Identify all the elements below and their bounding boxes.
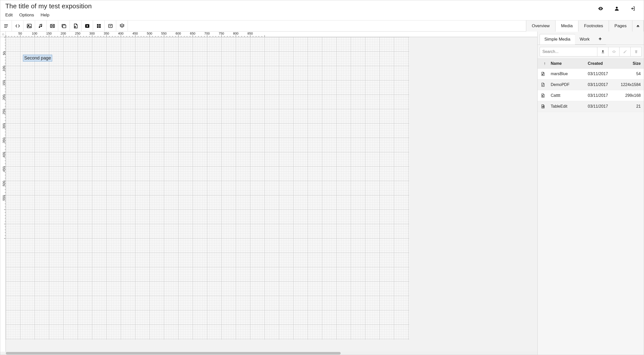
canvas[interactable]: Second page [6, 37, 537, 352]
svg-rect-3 [4, 26, 8, 26]
col-sort[interactable]: ↑ [541, 61, 549, 66]
tab-overview[interactable]: Overview [526, 20, 555, 32]
media-row[interactable]: DemoPDF03/11/20171224x1584 [538, 79, 644, 90]
tool-audio[interactable] [35, 20, 47, 32]
tool-image[interactable] [23, 20, 35, 32]
svg-text:A: A [75, 26, 76, 27]
tool-text[interactable] [0, 20, 12, 32]
media-table-header: ↑ Name Created Size [538, 58, 644, 69]
media-name: marsBlue [549, 72, 588, 76]
media-name: Catttt [549, 93, 588, 98]
ruler-origin: ◇ [0, 32, 6, 37]
media-created: 03/11/2017 [588, 72, 616, 76]
tool-slideshow[interactable] [58, 20, 70, 32]
svg-rect-4 [4, 27, 7, 27]
toolbar: A Overview Media Footnotes Pages [0, 20, 644, 32]
edit-media-button[interactable] [620, 47, 631, 56]
svg-rect-16 [97, 24, 98, 25]
media-created: 03/11/2017 [588, 82, 616, 87]
subtab-add[interactable] [594, 34, 606, 45]
tab-media[interactable]: Media [555, 21, 578, 32]
media-row[interactable]: Catttt03/11/2017299x168 [538, 90, 644, 101]
preview-media-button[interactable] [608, 47, 620, 56]
tool-pdf[interactable]: A [70, 20, 81, 32]
menu-edit[interactable]: Edit [5, 13, 13, 18]
upload-button[interactable] [597, 47, 608, 56]
svg-rect-23 [637, 26, 639, 27]
user-icon[interactable] [614, 6, 622, 13]
tool-html[interactable] [12, 20, 23, 32]
svg-rect-12 [63, 25, 66, 28]
ruler-horizontal: 5010015020025030035040045050055060065070… [6, 32, 537, 37]
tool-video[interactable] [47, 20, 58, 32]
search-input[interactable] [540, 47, 597, 56]
svg-rect-17 [99, 24, 100, 25]
col-size[interactable]: Size [616, 61, 641, 66]
col-name[interactable]: Name [549, 61, 588, 66]
media-row[interactable]: marsBlue03/11/201754 [538, 69, 644, 79]
tab-pages[interactable]: Pages [609, 20, 632, 32]
svg-marker-22 [637, 25, 639, 26]
svg-rect-2 [4, 24, 8, 25]
ruler-vertical: 50100150200250300350400450500550 [0, 37, 6, 352]
canvas-text-item[interactable]: Second page [23, 55, 52, 62]
tool-play[interactable] [81, 20, 93, 32]
tool-object[interactable] [105, 20, 116, 32]
delete-media-button[interactable] [631, 47, 642, 56]
media-created: 03/11/2017 [588, 104, 616, 109]
exit-icon[interactable] [630, 6, 638, 13]
media-name: TableEdit [549, 104, 588, 109]
canvas-area: ◇ 50100150200250300350400450500550600650… [0, 32, 537, 355]
svg-rect-25 [599, 39, 602, 39]
svg-marker-30 [544, 106, 544, 107]
svg-rect-19 [99, 26, 100, 27]
svg-rect-29 [542, 106, 544, 107]
scrollbar-horizontal[interactable] [6, 352, 537, 355]
file-type-icon [541, 82, 549, 87]
svg-marker-21 [120, 24, 124, 26]
menubar: Edit Options Help [5, 12, 639, 20]
media-size: 21 [616, 104, 641, 109]
col-created[interactable]: Created [588, 61, 616, 66]
media-size: 1224x1584 [616, 82, 641, 87]
menu-options[interactable]: Options [19, 13, 34, 18]
media-panel: Simple Media Work ↑ Name Created Size ma… [537, 32, 644, 355]
svg-point-1 [616, 7, 618, 9]
preview-icon[interactable] [598, 6, 605, 13]
svg-point-28 [542, 95, 543, 96]
media-size: 54 [616, 72, 641, 76]
svg-rect-18 [97, 26, 98, 27]
media-row[interactable]: TableEdit03/11/201721 [538, 101, 644, 112]
tool-layers[interactable] [116, 20, 128, 32]
file-type-icon [541, 72, 549, 76]
tab-collapse[interactable] [632, 20, 644, 32]
svg-rect-5 [27, 24, 31, 28]
menu-help[interactable]: Help [41, 13, 49, 18]
media-size: 299x168 [616, 93, 641, 98]
svg-rect-26 [602, 53, 604, 53]
tab-footnotes[interactable]: Footnotes [578, 20, 609, 32]
svg-point-0 [600, 8, 601, 9]
page-title: The title of my test exposition [5, 2, 639, 10]
header: The title of my test exposition Edit Opt… [0, 0, 644, 20]
file-type-icon [541, 93, 549, 98]
tool-shape[interactable] [93, 20, 105, 32]
file-type-icon [541, 104, 549, 109]
svg-marker-10 [52, 25, 53, 26]
media-name: DemoPDF [549, 82, 588, 87]
subtab-simple-media[interactable]: Simple Media [540, 34, 575, 45]
media-created: 03/11/2017 [588, 93, 616, 98]
subtab-work[interactable]: Work [575, 34, 594, 45]
